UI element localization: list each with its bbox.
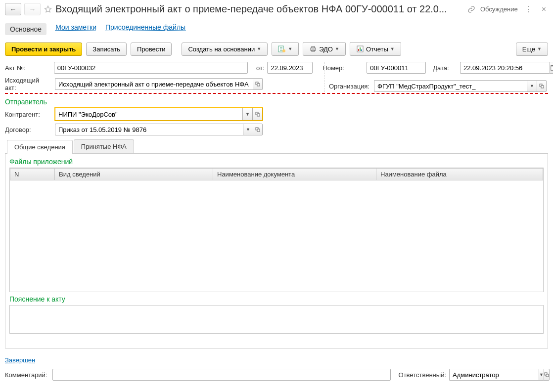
dropdown-button[interactable]: ▼ — [243, 124, 253, 135]
attachments-table-wrap: N Вид сведений Наименование документа На… — [9, 168, 544, 292]
create-on-label: Создать на основании — [188, 45, 255, 53]
number-input[interactable] — [367, 62, 426, 74]
calendar-button[interactable] — [550, 62, 553, 74]
open-icon — [255, 112, 260, 117]
caret-down-icon: ▼ — [288, 46, 292, 51]
reports-label: Отчеты — [366, 45, 388, 53]
open-icon — [255, 82, 260, 87]
tab-accepted[interactable]: Принятые НФА — [74, 139, 134, 153]
nav-tab-notes[interactable]: Мои заметки — [55, 23, 96, 35]
tab-general[interactable]: Общие сведения — [7, 140, 73, 154]
out-act-input[interactable] — [55, 78, 253, 90]
caret-down-icon: ▼ — [257, 46, 261, 51]
svg-rect-8 — [361, 49, 362, 51]
explanation-box[interactable] — [9, 305, 544, 334]
print-icon — [309, 45, 317, 53]
discussion-label: Обсуждение — [480, 5, 518, 13]
favorite-icon[interactable] — [44, 5, 52, 14]
act-no-label: Акт №: — [5, 64, 51, 72]
caret-down-icon: ▼ — [245, 112, 250, 117]
responsible-label: Ответственный: — [399, 371, 446, 379]
contract-input[interactable] — [55, 124, 243, 135]
open-icon — [544, 372, 549, 377]
nav-tab-attachments[interactable]: Присоединенные файлы — [105, 23, 185, 35]
arrow-left-icon: ← — [10, 5, 17, 13]
reports-button[interactable]: Отчеты ▼ — [350, 42, 401, 56]
link-icon[interactable] — [467, 5, 475, 13]
col-n[interactable]: N — [10, 169, 55, 180]
svg-rect-9 — [551, 66, 553, 71]
number-label: Номер: — [323, 64, 364, 72]
open-button[interactable] — [253, 78, 263, 90]
open-button[interactable] — [253, 124, 263, 135]
org-label: Организация: — [329, 83, 371, 90]
dropdown-button[interactable]: ▼ — [527, 80, 537, 92]
back-button[interactable]: ← — [5, 3, 21, 15]
attachments-title: Файлы приложений — [9, 158, 544, 166]
caret-down-icon: ▼ — [537, 46, 542, 51]
date-input[interactable] — [460, 62, 550, 74]
col-file-name[interactable]: Наименование файла — [376, 169, 543, 180]
status-completed-link[interactable]: Завершен — [0, 352, 40, 368]
col-doc-name[interactable]: Наименование документа — [213, 169, 376, 180]
svg-point-1 — [282, 49, 285, 52]
caret-down-icon: ▼ — [390, 46, 395, 51]
arrow-right-icon: → — [29, 5, 36, 13]
nav-tab-main[interactable]: Основное — [5, 23, 46, 35]
record-button[interactable]: Записать — [86, 43, 127, 56]
caret-down-icon: ▼ — [335, 46, 339, 51]
caret-down-icon: ▼ — [539, 372, 544, 377]
calendar-icon — [550, 64, 553, 71]
svg-rect-16 — [541, 86, 544, 88]
page-title: Входящий электронный акт о приеме-переда… — [55, 3, 464, 15]
post-close-button[interactable]: Провести и закрыть — [5, 43, 82, 56]
open-button[interactable] — [252, 108, 262, 120]
open-icon — [255, 127, 260, 132]
kebab-menu-icon[interactable]: ⋮ — [521, 4, 537, 14]
org-input[interactable] — [374, 80, 527, 92]
svg-rect-18 — [257, 114, 260, 116]
dropdown-button[interactable]: ▼ — [242, 108, 252, 120]
act-no-input[interactable] — [54, 62, 248, 74]
open-icon — [539, 84, 544, 88]
forward-button[interactable]: → — [24, 3, 41, 15]
doc-flow-button[interactable]: ▼ — [272, 42, 299, 56]
divider — [324, 62, 324, 92]
counterparty-label: Контрагент: — [5, 111, 52, 118]
open-button[interactable] — [537, 80, 547, 92]
sender-title: Отправитель — [5, 98, 548, 106]
report-icon — [356, 45, 364, 53]
attachments-table: N Вид сведений Наименование документа На… — [10, 168, 543, 180]
svg-rect-20 — [257, 129, 260, 131]
close-icon[interactable]: × — [540, 5, 548, 14]
out-act-label: Исходящий акт: — [5, 77, 52, 91]
edo-button[interactable]: ЭДО ▼ — [303, 42, 346, 56]
discussion-link[interactable]: Обсуждение — [478, 5, 518, 13]
svg-rect-14 — [257, 84, 260, 86]
explanation-title: Пояснение к акту — [9, 295, 544, 303]
from-label: от: — [251, 64, 264, 72]
caret-down-icon: ▼ — [246, 127, 250, 132]
comment-label: Комментарий: — [5, 371, 49, 379]
open-button[interactable] — [544, 369, 550, 381]
contract-label: Договор: — [5, 126, 52, 133]
date-label: Дата: — [433, 64, 457, 72]
responsible-input[interactable] — [449, 369, 539, 381]
svg-rect-3 — [312, 46, 315, 48]
from-date-input[interactable] — [267, 62, 313, 74]
col-type[interactable]: Вид сведений — [55, 169, 213, 180]
docflow-icon — [278, 45, 286, 53]
svg-rect-22 — [546, 374, 549, 377]
more-label: Еще — [522, 45, 535, 53]
post-button[interactable]: Провести — [131, 43, 172, 56]
svg-rect-6 — [358, 49, 359, 51]
more-button[interactable]: Еще ▼ — [516, 43, 548, 56]
caret-down-icon: ▼ — [530, 84, 534, 88]
counterparty-input[interactable] — [55, 108, 242, 120]
comment-input[interactable] — [52, 369, 391, 381]
edo-label: ЭДО — [319, 45, 333, 53]
dropdown-button[interactable]: ▼ — [539, 369, 544, 381]
create-on-button[interactable]: Создать на основании ▼ — [182, 43, 268, 56]
svg-rect-7 — [360, 47, 361, 51]
